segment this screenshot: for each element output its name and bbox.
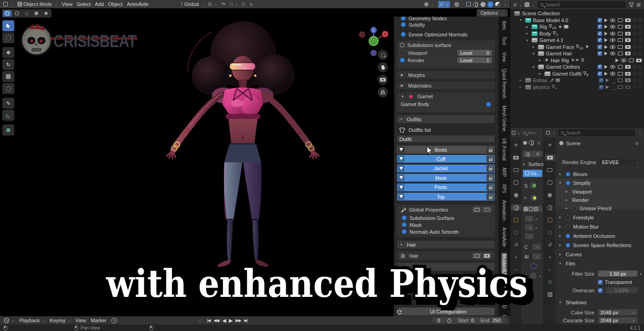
outliner-row-physics[interactable]: ▸physics ∇4 ✓‿ — [510, 84, 644, 90]
timeline-menu-playback[interactable]: Playback⌄ — [19, 318, 45, 323]
tool-measure[interactable]: ◺ — [2, 110, 14, 121]
s2-row[interactable]: S• — [521, 269, 544, 279]
snap-dropdown[interactable]: ∷⌄ — [229, 1, 238, 7]
shading-material-icon[interactable] — [480, 2, 486, 7]
tool-add-cube[interactable]: ⊞ — [2, 124, 14, 136]
character-model[interactable] — [156, 21, 331, 279]
gizmos-dropdown[interactable]: ⌄ — [424, 2, 434, 6]
tab-constraints-icon[interactable] — [546, 229, 554, 236]
tab-edit[interactable]: Edit — [501, 281, 507, 291]
menu-object[interactable]: Object — [108, 1, 123, 7]
tab-tool-icon[interactable]: ⚒ — [546, 142, 554, 148]
panel-ambient-occlusion[interactable]: ▸Ambient Occlusion — [559, 232, 615, 239]
new-collection-icon[interactable]: ⊞ — [637, 2, 641, 8]
jump-to-end-button[interactable]: ▶| — [244, 318, 247, 323]
eevee-normals-toggle[interactable]: Eevee Optimized Normals — [396, 31, 468, 38]
shading-rendered-icon[interactable] — [495, 2, 500, 7]
timeline-menu-view[interactable]: View — [75, 318, 86, 323]
panel-bloom[interactable]: ▸Bloom — [559, 171, 587, 177]
tab-mustardui[interactable]: MustardUI — [501, 253, 507, 277]
subdivision-header[interactable]: Subdivision surface — [397, 41, 495, 50]
tab-view[interactable]: View — [501, 51, 507, 64]
current-frame-field[interactable]: 0 — [438, 318, 440, 323]
jump-to-start-button[interactable]: |◀ — [207, 318, 210, 323]
tab-ue-format[interactable]: UE Format — [501, 137, 507, 162]
menu-view[interactable]: View — [62, 1, 73, 7]
play-button[interactable]: ▶ — [229, 318, 232, 324]
overlays-dropdown[interactable]: ⤫⌄ — [438, 1, 451, 8]
param-row[interactable]: ⌄• — [521, 222, 544, 231]
cascade-size-dropdown[interactable]: 2048 px⌄ — [598, 317, 638, 323]
tab-xps[interactable]: XPS — [501, 183, 507, 195]
panel-curves[interactable]: ▸Curves — [559, 251, 582, 258]
tab-item[interactable]: Item — [501, 19, 507, 31]
outliner-row-scene-collection[interactable]: Scene Collection — [510, 10, 644, 17]
outliner-editor-type-button[interactable]: ≡⌄ — [514, 2, 522, 7]
end-frame-field[interactable]: End250 — [480, 318, 501, 323]
image-buttons-row[interactable] — [523, 206, 542, 212]
xray-icon[interactable] — [454, 2, 459, 7]
global-mask-toggle[interactable]: Mask — [397, 221, 495, 228]
snap-magnet-icon[interactable]: ↷ — [221, 1, 225, 7]
use-nodes-button[interactable]: Us... — [523, 170, 542, 177]
color-swatch-row[interactable] — [521, 260, 544, 269]
outfit-button-jacket[interactable]: Jacket — [397, 165, 495, 172]
tab-physics-icon[interactable]: ↺ — [512, 242, 520, 248]
outliner-row-garnet-hair[interactable]: ▾Garnet Hair ✓ — [510, 50, 644, 57]
outliner-row-rig[interactable]: ▸Rig ∇16 ✶ ✓ — [510, 24, 644, 30]
shading-wireframe-icon[interactable] — [466, 2, 471, 6]
pin-icon[interactable]: ⌀ — [635, 140, 640, 146]
outfit-button-cuff[interactable]: Cuff — [397, 155, 495, 163]
outfit-button-pants[interactable]: Pants — [397, 183, 495, 191]
tab-texture-icon[interactable] — [512, 291, 520, 298]
tab-texture-icon[interactable] — [546, 291, 554, 298]
shading-solid-icon[interactable] — [473, 2, 478, 7]
properties-search[interactable] — [558, 130, 635, 136]
outfit-button-mask[interactable]: Mask — [397, 174, 495, 182]
garnet-header[interactable]: ▼ Garnet — [397, 92, 495, 100]
timeline-menu-keying[interactable]: Keying⌄ — [50, 318, 70, 323]
next-keyframe-button[interactable]: ▶▶ — [235, 318, 241, 323]
panel-shadows[interactable]: ▾Shadows — [559, 299, 586, 306]
menu-animaide[interactable]: AnimAide — [127, 1, 148, 7]
viewport-visibility-icon[interactable] — [472, 253, 481, 259]
render-visibility-icon[interactable] — [482, 207, 492, 213]
lock-icon[interactable] — [486, 146, 494, 153]
tab-arp[interactable]: ARP — [501, 166, 507, 178]
render-level-field[interactable]: Level1 — [457, 57, 492, 63]
tab-output-icon[interactable] — [512, 167, 520, 173]
timeline-menu-marker[interactable]: Marker — [91, 318, 106, 323]
select-mode-tweak-icon[interactable] — [3, 10, 12, 17]
camera-view-button[interactable] — [378, 75, 388, 85]
tool-cursor[interactable] — [2, 32, 14, 43]
properties-search-input[interactable] — [566, 130, 632, 136]
panel-motion-blur[interactable]: ▸Motion Blur — [559, 223, 599, 230]
tab-data-icon[interactable] — [512, 279, 520, 285]
viewport-visibility-icon[interactable] — [472, 207, 481, 213]
morphs-panel[interactable]: ▶Morphs — [397, 71, 495, 79]
falloff-icon[interactable]: ∧ — [249, 1, 253, 7]
outliner-search-input[interactable] — [545, 2, 623, 7]
outliner-row-hair-rig[interactable]: ▸✶Hair Rig ✶✶ ∇ — [510, 57, 644, 64]
c-row[interactable]: C⌄ — [521, 239, 544, 250]
panel-ssr[interactable]: ▸Screen Space Reflections — [559, 242, 632, 248]
render-engine-dropdown[interactable]: EEVEE⌄ — [600, 159, 641, 165]
tool-select-box[interactable] — [2, 20, 14, 31]
tab-scene-icon[interactable] — [546, 192, 554, 198]
panel-freestyle[interactable]: ▸Freestyle — [559, 214, 594, 221]
outliner-row-garnet41[interactable]: ▾Garnet 4.1 ✓ — [510, 37, 644, 43]
mode-dropdown[interactable]: Object Mode⌄ — [18, 1, 58, 7]
menu-select[interactable]: Select — [76, 1, 91, 7]
lock-icon[interactable] — [486, 184, 494, 191]
solidify-toggle[interactable]: Solidify — [396, 21, 425, 28]
start-frame-field[interactable]: Start0 — [458, 318, 474, 323]
surface-panel-header[interactable]: ▾Surface — [521, 157, 544, 167]
shading-preview-icon[interactable] — [488, 2, 493, 7]
pin-icon[interactable]: ⌀ — [537, 140, 542, 146]
tab-particles-icon[interactable]: ✶ — [546, 254, 554, 260]
world-datablock-selector[interactable]: ✕ — [523, 151, 542, 157]
outliner-row-garnet-clothes[interactable]: ▾Garnet Clothes ✓ — [510, 64, 644, 70]
tool-annotate[interactable]: ✎ — [2, 98, 14, 109]
editor-type-button[interactable]: ⌄ — [3, 2, 13, 6]
panel-simplify[interactable]: ▾Simplify — [559, 179, 591, 186]
